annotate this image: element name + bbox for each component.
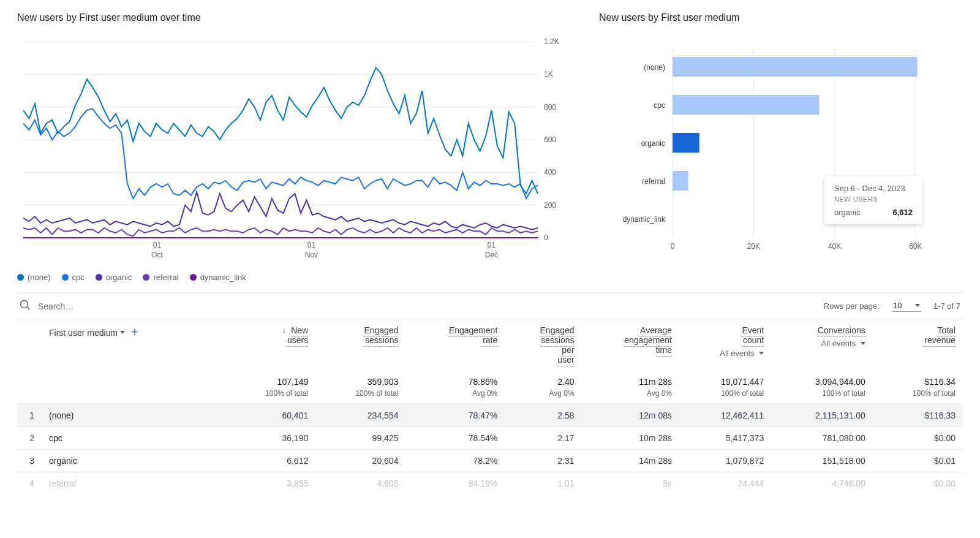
- svg-text:600: 600: [544, 135, 556, 144]
- search-input[interactable]: [38, 301, 816, 311]
- rows-per-page-label: Rows per page:: [824, 301, 880, 311]
- svg-text:organic: organic: [641, 139, 665, 148]
- metric-filter-dropdown[interactable]: All events: [687, 349, 764, 358]
- total-engaged_sessions: 359,903100% of total: [315, 371, 405, 404]
- col-event_count[interactable]: EventcountAll events: [679, 319, 771, 371]
- total-avg_engagement_time: 11m 28sAvg 0%: [582, 371, 679, 404]
- svg-rect-34: [673, 171, 688, 191]
- table-row[interactable]: 2cpc36,19099,42578.54%2.1710m 28s5,417,3…: [17, 427, 963, 450]
- svg-text:Oct: Oct: [151, 251, 163, 259]
- legend-dot-icon: [62, 274, 69, 281]
- chevron-down-icon: [915, 304, 920, 307]
- col-avg_engagement_time[interactable]: Averageengagementtime: [582, 319, 679, 371]
- svg-rect-30: [673, 95, 819, 115]
- col-engaged_sessions[interactable]: Engagedsessions: [315, 319, 405, 371]
- svg-text:0: 0: [544, 233, 548, 242]
- legend-item[interactable]: organic: [96, 273, 132, 282]
- svg-text:referral: referral: [642, 177, 665, 186]
- svg-rect-28: [673, 57, 918, 77]
- svg-text:800: 800: [544, 103, 556, 112]
- total-conversions: 3,094,944.00100% of total: [771, 371, 873, 404]
- svg-text:Nov: Nov: [305, 251, 318, 259]
- svg-text:(none): (none): [644, 63, 665, 72]
- bar-chart: 020K40K60K(none)cpcorganicreferraldynami…: [599, 36, 942, 256]
- data-table: First user medium + ↓ NewusersEngagedses…: [17, 319, 963, 494]
- total-new_users: 107,149100% of total: [225, 371, 315, 404]
- line-chart-title: New users by First user medium over time: [17, 12, 575, 23]
- line-legend: (none)cpcorganicreferraldynamic_link: [17, 273, 575, 282]
- svg-text:20K: 20K: [747, 242, 760, 251]
- legend-item[interactable]: (none): [17, 273, 51, 282]
- table-row[interactable]: 3organic6,61220,60478.2%2.3114m 28s1,079…: [17, 450, 963, 472]
- svg-rect-32: [673, 133, 699, 153]
- legend-item[interactable]: dynamic_link: [190, 273, 246, 282]
- legend-dot-icon: [143, 274, 149, 281]
- pagination-range: 1-7 of 7: [933, 301, 960, 311]
- total-total_revenue: $116.34100% of total: [873, 371, 963, 404]
- dimension-dropdown[interactable]: First user medium: [49, 328, 125, 338]
- svg-text:40K: 40K: [828, 242, 841, 251]
- search-icon: [20, 300, 31, 313]
- svg-text:400: 400: [544, 168, 556, 176]
- add-dimension-button[interactable]: +: [131, 325, 138, 339]
- table-row[interactable]: 1(none)60,401234,55478.47%2.5812m 08s12,…: [17, 404, 963, 427]
- svg-text:01: 01: [153, 241, 162, 249]
- total-event_count: 19,071,447100% of total: [679, 371, 771, 404]
- legend-item[interactable]: referral: [143, 273, 178, 282]
- chevron-down-icon: [759, 352, 764, 355]
- line-chart: 02004006008001K1.2K01Oct01Nov01Dec: [17, 36, 575, 262]
- svg-text:dynamic_link: dynamic_link: [623, 215, 666, 224]
- total-engaged_sessions_per_user: 2.40Avg 0%: [505, 371, 581, 404]
- col-total_revenue[interactable]: Totalrevenue: [873, 319, 963, 371]
- chevron-down-icon: [120, 331, 125, 334]
- svg-text:0: 0: [671, 242, 675, 251]
- metric-filter-dropdown[interactable]: All events: [778, 339, 865, 348]
- chevron-down-icon: [861, 342, 865, 345]
- svg-text:1K: 1K: [544, 70, 553, 78]
- svg-text:1.2K: 1.2K: [544, 37, 559, 46]
- rows-per-page-select[interactable]: 10: [892, 301, 921, 312]
- sort-desc-icon: ↓: [282, 325, 286, 335]
- col-new_users[interactable]: ↓ Newusers: [225, 319, 315, 371]
- legend-dot-icon: [190, 274, 197, 281]
- svg-text:60K: 60K: [909, 242, 922, 251]
- svg-text:Dec: Dec: [485, 251, 498, 259]
- legend-item[interactable]: cpc: [62, 273, 85, 282]
- svg-text:01: 01: [488, 241, 496, 249]
- total-engagement_rate: 78.86%Avg 0%: [405, 371, 505, 404]
- legend-dot-icon: [17, 274, 24, 281]
- col-engaged_sessions_per_user[interactable]: Engagedsessionsperuser: [505, 319, 581, 371]
- svg-text:200: 200: [544, 201, 556, 210]
- bar-chart-title: New users by First user medium: [599, 12, 942, 23]
- svg-text:cpc: cpc: [654, 101, 665, 110]
- legend-dot-icon: [96, 274, 102, 281]
- col-engagement_rate[interactable]: Engagementrate: [405, 319, 505, 371]
- svg-text:01: 01: [307, 241, 316, 249]
- table-row[interactable]: 4referral3,8554,60684.19%1.015s24,4444,7…: [17, 472, 963, 495]
- col-conversions[interactable]: ConversionsAll events: [771, 319, 873, 371]
